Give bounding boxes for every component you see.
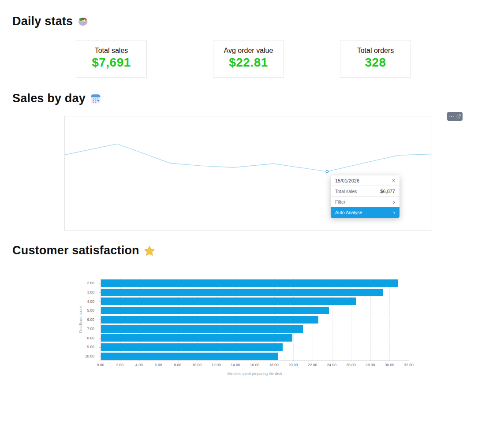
total-sales-line (65, 144, 432, 171)
bar[interactable] (101, 279, 398, 287)
x-tick-label: 6.00 (155, 363, 162, 367)
highlighted-data-point[interactable] (326, 170, 329, 173)
bar-row (101, 279, 409, 288)
x-tick-label: 12.00 (211, 363, 220, 367)
stat-value: $22.81 (213, 56, 284, 70)
tooltip-measure-row: Total sales $6,877 (331, 186, 399, 197)
stat-card-avg-order-value: Avg order value $22.81 (213, 41, 284, 78)
stat-value: $7,691 (76, 56, 146, 70)
x-tick-label: 26.00 (346, 363, 355, 367)
x-tick-label: 2.00 (116, 363, 123, 367)
y-tick-label: 7.00 (66, 324, 98, 334)
bar-chart-y-tick-labels: 2.003.004.005.006.007.008.009.0010.00 (66, 279, 98, 361)
x-tick-label: 30.00 (385, 363, 394, 367)
x-tick-label: 8.00 (174, 363, 181, 367)
close-icon[interactable]: × (392, 178, 395, 183)
tooltip-measure-label: Total sales (335, 189, 357, 194)
filter-label: Filter (335, 199, 345, 205)
x-tick-label: 16.00 (250, 363, 259, 367)
y-tick-label: 4.00 (66, 297, 98, 306)
bar-chart-x-axis-title: Minutes spent preparing the dish (101, 372, 409, 376)
customer-satisfaction-heading: Customer satisfaction (12, 244, 155, 257)
stat-card-total-sales: Total sales $7,691 (76, 41, 147, 78)
bar-row (101, 334, 409, 343)
ellipsis-icon[interactable]: ⋯ (449, 114, 454, 119)
y-tick-label: 8.00 (66, 334, 98, 343)
bar[interactable] (101, 353, 278, 360)
stat-label: Total sales (76, 47, 146, 55)
y-tick-label: 9.00 (66, 342, 98, 352)
selection-tooltip: 15/01/2026 × Total sales $6,877 Filter ›… (331, 175, 399, 218)
bar-row (101, 315, 409, 324)
x-tick-label: 10.00 (192, 363, 202, 367)
salad-emoji-icon (77, 16, 89, 27)
bar[interactable] (101, 298, 356, 305)
chevron-right-icon: › (393, 199, 395, 205)
sales-by-day-title: Sales by day (12, 92, 86, 105)
bar[interactable] (101, 343, 283, 351)
bar-row (101, 342, 409, 352)
x-tick-label: 22.00 (308, 363, 317, 367)
x-tick-label: 20.00 (288, 363, 298, 367)
daily-stats-heading: Daily stats (12, 15, 89, 28)
x-tick-label: 28.00 (366, 363, 375, 367)
auto-analyse-menu-item[interactable]: Auto Analyse › (331, 207, 399, 218)
bar-row (101, 297, 409, 306)
x-tick-label: 18.00 (269, 363, 279, 367)
auto-analyse-label: Auto Analyse (335, 210, 362, 215)
stat-value: 328 (340, 56, 411, 70)
x-tick-label: 4.00 (135, 363, 143, 367)
bar-chart-x-tick-labels: 0.002.004.006.008.0010.0012.0014.0016.00… (101, 363, 409, 368)
x-tick-label: 14.00 (231, 363, 240, 367)
bar[interactable] (101, 289, 383, 296)
customer-satisfaction-bar-chart[interactable] (101, 279, 409, 361)
filter-menu-item[interactable]: Filter › (331, 197, 399, 207)
daily-stats-title: Daily stats (12, 15, 73, 28)
bar[interactable] (101, 307, 329, 314)
y-tick-label: 6.00 (66, 315, 98, 324)
bar[interactable] (101, 325, 303, 333)
tooltip-measure-value: $6,877 (380, 189, 395, 194)
top-divider (0, 13, 495, 13)
x-tick-label: 32.00 (404, 363, 413, 367)
y-tick-label: 5.00 (66, 306, 98, 315)
chevron-right-icon: › (393, 209, 395, 216)
stat-label: Avg order value (213, 47, 284, 55)
chart-toolbar: ⋯ (447, 112, 463, 121)
customer-satisfaction-title: Customer satisfaction (12, 244, 139, 257)
bar[interactable] (101, 316, 318, 324)
bar-row (101, 288, 409, 297)
bar-row (101, 306, 409, 315)
stat-card-total-orders: Total orders 328 (340, 41, 411, 78)
star-emoji-icon (144, 245, 155, 257)
open-in-new-window-icon[interactable] (456, 114, 461, 119)
bar[interactable] (101, 334, 292, 342)
bar-row (101, 324, 409, 334)
stat-label: Total orders (340, 47, 411, 55)
sales-by-day-heading: Sales by day (12, 92, 101, 105)
gridline (409, 279, 409, 361)
y-tick-label: 3.00 (66, 288, 98, 297)
y-tick-label: 10.00 (66, 352, 98, 361)
tooltip-date: 15/01/2026 (335, 178, 359, 183)
calendar-emoji-icon (90, 93, 101, 104)
x-tick-label: 0.00 (97, 363, 105, 367)
bar-row (101, 352, 409, 361)
tooltip-header: 15/01/2026 × (331, 175, 399, 186)
x-tick-label: 24.00 (327, 363, 336, 367)
y-tick-label: 2.00 (66, 279, 98, 288)
